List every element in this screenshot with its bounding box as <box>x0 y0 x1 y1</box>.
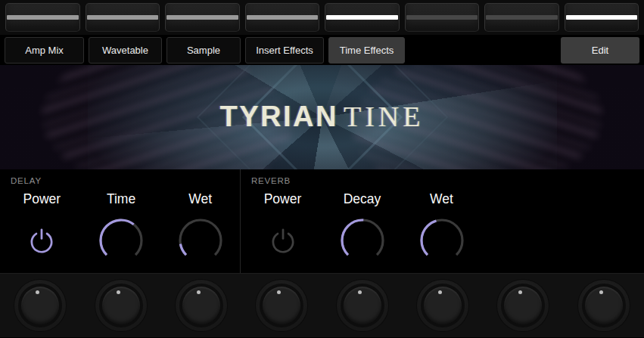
tab-sample[interactable]: Sample <box>166 37 241 64</box>
delay-section-label: DELAY <box>0 176 240 188</box>
hardware-knob-6[interactable] <box>403 274 483 337</box>
edit-button[interactable]: Edit <box>561 37 639 64</box>
delay-panel: DELAY Power Time <box>0 169 241 273</box>
delay-power-knob-area <box>26 215 58 266</box>
fader-slider-2[interactable] <box>86 3 160 32</box>
tab-label: Insert Effects <box>256 45 313 56</box>
delay-power-label: Power <box>23 191 61 208</box>
delay-power-icon[interactable] <box>26 225 58 256</box>
effects-panels: DELAY Power Time <box>0 169 644 274</box>
tab-label: Wavetable <box>102 45 148 56</box>
hardware-knob-2[interactable] <box>80 274 160 337</box>
slider-strip <box>0 0 644 35</box>
knob-outer-ring <box>176 280 227 331</box>
delay-time-knob[interactable] <box>97 216 145 265</box>
knob-outer-ring <box>417 280 468 331</box>
knob-outer-ring <box>256 280 307 331</box>
knob-body <box>424 287 462 324</box>
fader-slider-6[interactable] <box>405 3 480 32</box>
delay-wet-knob[interactable] <box>176 216 225 265</box>
tab-amp-mix[interactable]: Amp Mix <box>5 37 84 64</box>
tab-insert-effects[interactable]: Insert Effects <box>245 37 324 64</box>
knob-indicator-dot <box>599 290 603 294</box>
reverb-power-control: Power <box>243 191 322 266</box>
knob-indicator-dot <box>36 290 39 294</box>
knob-body <box>585 287 623 324</box>
fader-slider-3[interactable] <box>165 3 240 32</box>
reverb-controls: Power Decay <box>241 191 644 266</box>
reverb-wet-label: Wet <box>430 191 453 208</box>
knob-body <box>21 287 59 324</box>
delay-power-control: Power <box>2 191 82 266</box>
fader-slider-bar <box>406 15 478 20</box>
hardware-knob-1[interactable] <box>0 274 80 337</box>
reverb-power-icon[interactable] <box>267 225 299 256</box>
hardware-knob-row <box>0 274 644 337</box>
knob-body <box>263 287 300 324</box>
knob-indicator-dot <box>518 290 522 294</box>
reverb-decay-knob[interactable] <box>338 216 387 265</box>
preset-artwork-banner: TYRIANTINE <box>0 65 644 169</box>
delay-time-label: Time <box>107 191 135 208</box>
tab-time-effects[interactable]: Time Effects <box>328 37 405 64</box>
preset-title-primary: TYRIAN <box>220 101 338 132</box>
knob-indicator-dot <box>438 290 442 294</box>
hardware-knob-5[interactable] <box>322 274 403 337</box>
fader-slider-bar <box>7 15 79 20</box>
knob-outer-ring <box>578 280 630 331</box>
fader-slider-bar <box>486 15 558 20</box>
knob-outer-ring <box>14 280 66 331</box>
tab-label: Amp Mix <box>25 45 64 56</box>
tab-label: Sample <box>187 45 220 56</box>
knob-indicator-dot <box>117 290 120 294</box>
delay-time-control: Time <box>82 191 161 266</box>
tab-bar: Amp Mix Wavetable Sample Insert Effects … <box>0 35 644 65</box>
delay-time-knob-area <box>97 215 145 266</box>
reverb-section-label: REVERB <box>241 176 644 188</box>
delay-wet-label: Wet <box>188 191 212 208</box>
fader-slider-8[interactable] <box>565 3 639 32</box>
knob-outer-ring <box>497 280 549 331</box>
reverb-decay-knob-area <box>338 215 387 266</box>
tab-wavetable[interactable]: Wavetable <box>89 37 162 64</box>
fader-slider-bar <box>566 15 638 20</box>
knob-indicator-dot <box>197 290 201 294</box>
reverb-power-knob-area <box>267 215 299 266</box>
preset-title-secondary: TINE <box>344 101 425 132</box>
reverb-wet-knob-area <box>418 215 466 266</box>
edit-button-label: Edit <box>592 45 608 56</box>
fader-slider-bar <box>247 15 319 20</box>
knob-body <box>504 287 542 324</box>
fader-slider-7[interactable] <box>484 3 559 32</box>
fader-slider-bar <box>326 15 398 20</box>
synth-screen: Amp Mix Wavetable Sample Insert Effects … <box>0 0 644 338</box>
delay-controls: Power Time <box>0 191 240 266</box>
knob-outer-ring <box>95 280 147 331</box>
reverb-panel: REVERB Power Decay <box>241 169 644 273</box>
reverb-wet-knob[interactable] <box>418 216 466 265</box>
hardware-knob-8[interactable] <box>564 274 644 337</box>
fader-slider-bar <box>87 15 159 20</box>
knob-indicator-dot <box>358 290 362 294</box>
fader-slider-4[interactable] <box>245 3 320 32</box>
preset-title: TYRIANTINE <box>0 100 644 133</box>
hardware-knob-4[interactable] <box>241 274 322 337</box>
knob-body <box>102 287 140 324</box>
fader-slider-bar <box>166 15 238 20</box>
delay-wet-knob-area <box>176 215 225 266</box>
reverb-decay-control: Decay <box>322 191 402 266</box>
delay-wet-control: Wet <box>160 191 240 266</box>
reverb-power-label: Power <box>264 191 302 208</box>
reverb-decay-label: Decay <box>344 191 381 208</box>
knob-indicator-dot <box>277 290 281 294</box>
hardware-knob-7[interactable] <box>483 274 563 337</box>
knob-body <box>182 287 220 324</box>
hardware-knob-3[interactable] <box>161 274 241 337</box>
knob-outer-ring <box>337 280 388 331</box>
fader-slider-1[interactable] <box>5 3 80 32</box>
knob-body <box>344 287 381 324</box>
reverb-wet-control: Wet <box>402 191 481 266</box>
tab-label: Time Effects <box>340 45 394 56</box>
fader-slider-5[interactable] <box>325 3 400 32</box>
